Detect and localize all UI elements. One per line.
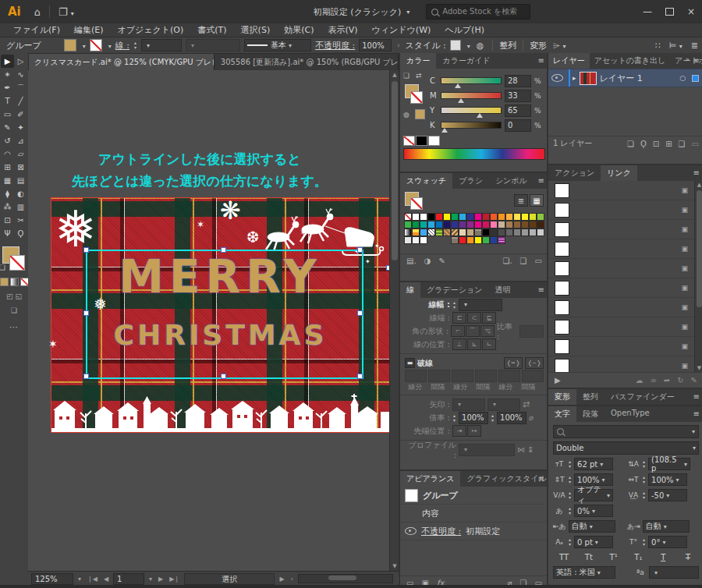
bevel-join-icon[interactable]: ◹ xyxy=(480,325,495,337)
add-selected-icon[interactable]: ✎ xyxy=(438,257,445,265)
swatch[interactable] xyxy=(482,221,490,228)
swatch[interactable] xyxy=(498,228,505,236)
paintbrush-tool[interactable]: ✐ xyxy=(14,108,27,121)
swatch[interactable] xyxy=(466,236,474,244)
layer-name[interactable]: レイヤー 1 xyxy=(600,73,643,84)
butt-cap-icon[interactable]: ⊏ xyxy=(452,312,466,324)
swatch[interactable] xyxy=(404,228,412,236)
small-caps-button[interactable]: Tt xyxy=(581,553,597,561)
go-to-link-icon[interactable]: ➦ xyxy=(664,376,670,384)
swatch[interactable] xyxy=(466,213,474,221)
stroke-weight-label[interactable]: 線 : xyxy=(115,40,129,51)
tab-brushes[interactable]: ブラシ xyxy=(452,173,489,189)
select-similar-icon[interactable]: ∷ xyxy=(653,41,663,51)
swatch[interactable] xyxy=(427,213,435,221)
swatch[interactable] xyxy=(482,236,490,244)
link-row[interactable]: ▣ xyxy=(548,337,702,356)
tab-links[interactable]: リンク xyxy=(601,165,637,181)
isolate-selection-icon[interactable]: ⌲ ▾ xyxy=(551,41,568,51)
delete-swatch-icon[interactable]: ▭ xyxy=(535,257,542,265)
pen-tool[interactable]: ✒ xyxy=(1,81,14,94)
swatch-libraries-icon[interactable]: ▤. xyxy=(406,257,417,265)
swatch[interactable] xyxy=(537,236,544,244)
tab-actions[interactable]: アクション xyxy=(548,165,601,181)
menu-item[interactable]: ヘルプ(H) xyxy=(438,24,491,36)
swatch[interactable] xyxy=(505,213,513,221)
grid-view-button[interactable]: ▦ xyxy=(530,194,544,207)
black-slider[interactable] xyxy=(441,122,502,129)
magic-wand-tool[interactable]: ✶ xyxy=(1,68,14,81)
yellow-slider-value[interactable]: 65 xyxy=(505,104,531,117)
show-link-info-icon[interactable]: ▶ xyxy=(555,376,561,384)
swatch[interactable] xyxy=(490,236,498,244)
font-size-field[interactable]: 62 pt xyxy=(574,458,613,470)
kerning-field[interactable]: オプティ xyxy=(574,489,613,501)
swatch[interactable] xyxy=(498,221,505,228)
relink-from-cc-icon[interactable]: ☁ xyxy=(635,376,643,384)
scroll-down-icon[interactable]: ▼ xyxy=(695,365,702,371)
artboard-dropdown-icon[interactable]: ▾ xyxy=(147,576,154,583)
tab-gradient[interactable]: グラデーション xyxy=(420,282,488,298)
swatch[interactable] xyxy=(505,236,513,244)
leading-field[interactable]: (108.5 p xyxy=(648,458,690,470)
selection-anchor[interactable] xyxy=(83,374,89,379)
strikethrough-button[interactable]: T xyxy=(680,553,696,561)
selection-anchor[interactable] xyxy=(221,247,226,253)
swatch[interactable] xyxy=(443,221,451,228)
yellow-slider[interactable] xyxy=(441,107,502,114)
link-row[interactable]: ▣ xyxy=(548,259,702,278)
fill-dropdown-icon[interactable] xyxy=(80,41,86,51)
swap-arrows-icon[interactable]: ⇄ xyxy=(523,399,530,409)
panel-menu-icon[interactable]: ≡ xyxy=(693,409,700,418)
blend-tool[interactable]: ◐ xyxy=(14,187,27,200)
rectangle-tool[interactable]: ▭ xyxy=(1,108,14,121)
swatch[interactable] xyxy=(466,221,474,228)
last-artboard-icon[interactable]: ▶❘ xyxy=(168,576,181,583)
swatch[interactable] xyxy=(404,244,412,252)
symbol-sprayer-tool[interactable]: ⁂ xyxy=(1,200,14,214)
rotation-field[interactable]: 0° xyxy=(648,536,687,548)
selection-anchor[interactable] xyxy=(357,374,363,379)
swatch[interactable] xyxy=(412,221,420,228)
tab-character[interactable]: 文字 xyxy=(548,406,576,422)
maximize-button[interactable] xyxy=(658,3,680,20)
swatch[interactable] xyxy=(505,221,513,228)
rotation-stepper[interactable]: ▴▾ xyxy=(643,537,645,547)
column-graph-tool[interactable]: ▥ xyxy=(14,200,27,214)
cyan-slider-thumb[interactable] xyxy=(455,83,461,88)
next-artboard-icon[interactable]: ▶ xyxy=(157,576,165,583)
visibility-eye-icon[interactable] xyxy=(405,527,417,535)
link-row[interactable]: ▣ xyxy=(548,298,702,317)
black-slider-thumb[interactable] xyxy=(441,128,448,133)
minimize-button[interactable]: — xyxy=(636,3,658,20)
swatch[interactable] xyxy=(451,236,459,244)
selection-anchor[interactable] xyxy=(83,310,89,316)
align-button[interactable]: 整列 xyxy=(499,40,516,51)
round-cap-icon[interactable]: ⊂ xyxy=(467,312,481,324)
swatch[interactable] xyxy=(459,221,466,228)
close-button[interactable]: × xyxy=(680,3,702,20)
magenta-slider-thumb[interactable] xyxy=(458,98,464,103)
stock-search-input[interactable]: Adobe Stock を検索 xyxy=(426,4,530,19)
swatch[interactable] xyxy=(435,228,443,236)
baseline-stepper[interactable]: ▴▾ xyxy=(569,537,571,547)
hscale-stepper[interactable]: ▴▾ xyxy=(643,475,645,484)
align-inside-icon[interactable]: ⊾ xyxy=(467,338,481,350)
appearance-opacity-row[interactable]: 不透明度 :初期設定 xyxy=(400,522,548,540)
subscript-button[interactable]: T₁ xyxy=(630,553,646,561)
swatch[interactable] xyxy=(420,236,427,244)
none-mode-button[interactable] xyxy=(20,278,29,286)
swap-colors-icon[interactable]: ⇄ xyxy=(416,72,422,80)
pencil-tool[interactable]: ✎ xyxy=(1,121,14,134)
black-swatch[interactable] xyxy=(416,136,427,146)
list-view-button[interactable]: ≣ xyxy=(514,194,528,207)
line-segment-tool[interactable]: ╱ xyxy=(14,94,27,108)
flip-along-icon[interactable]: ⋈ xyxy=(517,445,525,454)
relink-icon[interactable]: ∞ xyxy=(650,376,656,384)
swatch[interactable] xyxy=(474,228,482,236)
tsume-stepper[interactable]: ▴▾ xyxy=(569,506,571,515)
link-row[interactable]: ▣ xyxy=(548,317,702,337)
stroke-swatch[interactable] xyxy=(90,39,102,51)
round-join-icon[interactable]: ⌒ xyxy=(466,325,480,337)
selection-anchor[interactable] xyxy=(357,310,363,316)
